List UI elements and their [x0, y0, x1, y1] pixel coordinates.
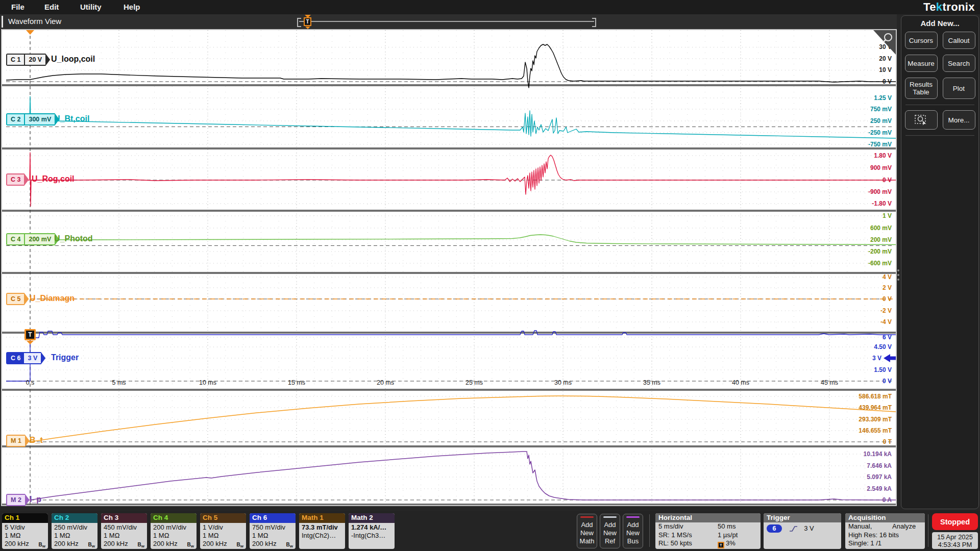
axis-tick: 10.194 kA [864, 450, 892, 458]
cursors-button[interactable]: Cursors [905, 32, 938, 49]
add-new-bus-button[interactable]: Add New Bus [623, 514, 643, 548]
right-sidebar: Add New... Cursors Callout Measure Searc… [901, 15, 979, 509]
trace-c6 [6, 331, 896, 381]
badge-c4[interactable]: C 4 200 mV [6, 233, 59, 245]
divider [649, 514, 650, 547]
badge-c3[interactable]: C 3 [6, 173, 29, 186]
axis-tick: 200 mV [870, 236, 892, 243]
label-c1[interactable]: U_loop,coil [51, 55, 95, 64]
trigger-t-marker[interactable]: T [24, 329, 36, 340]
trigger-level-arrow[interactable] [884, 354, 896, 362]
add-new-math-button[interactable]: Add New Math [577, 514, 597, 548]
label-c3[interactable]: U_Rog,coil [32, 174, 75, 184]
trace-c4 [6, 235, 896, 245]
label-m2[interactable]: I_p [30, 495, 41, 504]
zoom-select-button[interactable] [905, 110, 938, 130]
math1-card[interactable]: Math 1 73.3 mT/divIntg(Ch2)… [299, 513, 345, 549]
badge-m1[interactable]: M 1 [6, 435, 30, 447]
time-tick: 30 ms [554, 379, 572, 386]
math2-card[interactable]: Math 2 1.274 kA/…-Intg(Ch3… [349, 513, 395, 549]
axis-tick: 2.549 kA [867, 485, 892, 492]
ch3-card[interactable]: Ch 3 450 mV/div1 MΩ 200 kHzBw [101, 513, 147, 549]
axis-tick: 600 mV [870, 224, 892, 232]
label-c6[interactable]: Trigger [51, 353, 79, 362]
menu-utility[interactable]: Utility [80, 3, 102, 11]
trigger-position-icon[interactable] [26, 30, 34, 35]
axis-tick: 1.50 V [874, 366, 892, 373]
trigger-panel[interactable]: Trigger 6 3 V [764, 513, 841, 549]
label-c5[interactable]: U_Diamagn [30, 294, 75, 303]
badge-c1[interactable]: C 1 20 V [6, 54, 50, 66]
axis-tick: 5.097 kA [867, 473, 892, 481]
bandwidth-badge: Bw [39, 541, 45, 549]
label-c2[interactable]: U_Bt,coil [54, 114, 89, 123]
time-tick: 20 ms [377, 379, 394, 386]
ch5-card[interactable]: Ch 5 1 V/div1 MΩ 200 kHzBw [200, 513, 246, 549]
ch2-card[interactable]: Ch 2 250 mV/div1 MΩ 200 kHzBw [52, 513, 97, 549]
axis-tick: -4 V [880, 318, 892, 325]
waveform-view-window: Waveform View T [0, 14, 897, 511]
time-text: 4:53:43 PM [938, 541, 972, 548]
ch1-card[interactable]: Ch 1 5 V/div1 MΩ 200 kHzBw [2, 513, 48, 549]
zoom-select-icon [914, 114, 928, 126]
menu-file[interactable]: File [11, 3, 24, 11]
plot-button[interactable]: Plot [943, 78, 975, 99]
axis-tick: 1.25 V [874, 94, 892, 102]
divider [905, 105, 974, 105]
run-stop-status-button[interactable]: Stopped [932, 513, 978, 530]
trace-m1 [6, 396, 896, 442]
badge-m2[interactable]: M 2 [6, 494, 30, 506]
badge-c6[interactable]: C 6 3 V [6, 352, 45, 364]
axis-tick: 293.309 mT [859, 416, 892, 423]
trace-c2 [6, 96, 896, 138]
add-new-title: Add New... [901, 19, 978, 28]
waveform-plot[interactable]: 30 V 20 V 10 V 0 V 1.25 V 750 mV 250 mV … [1, 29, 897, 506]
ruler-line [299, 21, 594, 22]
menu-edit[interactable]: Edit [44, 3, 59, 11]
axis-tick: -600 mV [868, 260, 892, 267]
label-m1[interactable]: B_t [30, 436, 43, 445]
axis-tick: 146.655 mT [859, 427, 892, 434]
tab-accent [2, 16, 3, 28]
ch6-card[interactable]: Ch 6 750 mV/div1 MΩ 200 kHzBw [250, 513, 296, 549]
axis-tick: 4.50 V [874, 343, 892, 350]
callout-button[interactable]: Callout [943, 32, 975, 49]
add-new-ref-button[interactable]: Add New Ref [600, 514, 620, 548]
divider [905, 135, 974, 136]
axis-tick: -200 mV [868, 248, 892, 255]
time-tick: 40 ms [732, 379, 749, 386]
more-button[interactable]: More... [943, 110, 975, 130]
menu-bar: File Edit Utility Help Tektronix [0, 0, 980, 14]
results-table-button[interactable]: Results Table [905, 78, 938, 99]
date-text: 15 Apr 2025 [937, 533, 973, 541]
pan-zoom-ruler[interactable]: T [299, 14, 594, 29]
time-tick: 15 ms [288, 379, 305, 386]
axis-tick: 439.964 mT [859, 404, 892, 411]
menu-help[interactable]: Help [124, 3, 140, 11]
badge-c2[interactable]: C 2 300 mV [6, 113, 59, 126]
measure-button[interactable]: Measure [905, 55, 938, 72]
tab-waveform-view[interactable]: Waveform View [8, 17, 61, 26]
settings-bar: Ch 1 5 V/div1 MΩ 200 kHzBw Ch 2 250 mV/d… [0, 511, 980, 551]
divider [928, 514, 928, 547]
bandwidth-badge: Bw [187, 541, 194, 549]
badge-c5[interactable]: C 5 [6, 293, 29, 305]
ch4-card[interactable]: Ch 4 200 mV/div1 MΩ 200 kHzBw [151, 513, 197, 549]
trigger-t-icon: T [304, 17, 311, 26]
horizontal-panel[interactable]: Horizontal 5 ms/div50 ms SR: 1 MS/s1 µs/… [655, 513, 761, 549]
label-c4[interactable]: U_Photod [54, 234, 93, 243]
panel-divider-handle[interactable] [897, 269, 899, 281]
search-button[interactable]: Search [943, 55, 975, 72]
axis-tick: 1.80 V [874, 152, 892, 159]
trace-m2 [6, 452, 896, 500]
ruler-right-bracket [592, 18, 596, 27]
ruler-trigger-marker-icon[interactable]: T [303, 15, 312, 29]
time-tick: 5 ms [112, 379, 126, 386]
tektronix-logo: Tektronix [923, 1, 975, 14]
axis-tick: -250 mV [868, 129, 892, 136]
acquisition-panel[interactable]: Acquisition Manual,Analyze High Res: 16 … [845, 513, 925, 549]
axis-tick: 750 mV [870, 106, 892, 113]
axis-tick: 0 V [883, 378, 892, 385]
axis-tick: 7.646 kA [867, 462, 892, 469]
waveforms [2, 30, 896, 505]
